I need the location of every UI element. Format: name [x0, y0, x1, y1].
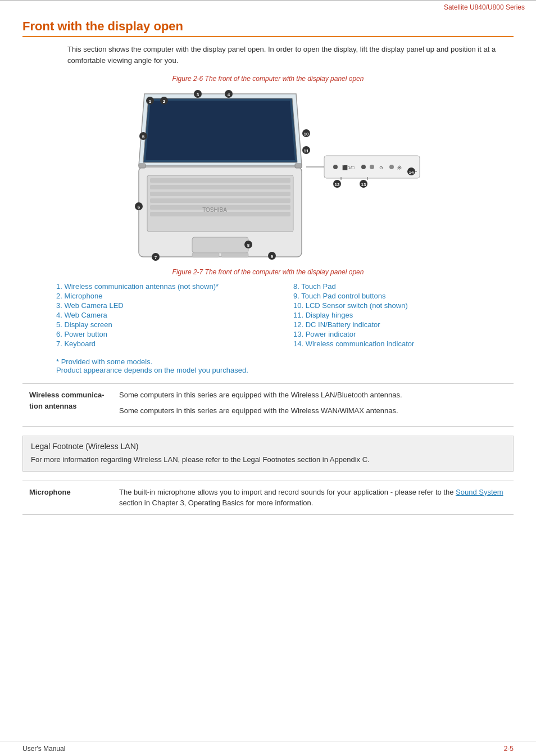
- svg-text:4: 4: [228, 92, 230, 97]
- svg-text:1: 1: [149, 99, 152, 104]
- notes-section: * Provided with some models. Product app…: [56, 357, 514, 374]
- svg-rect-5: [150, 198, 290, 203]
- svg-text:7: 7: [155, 255, 157, 260]
- main-content: Front with the display open This section…: [0, 13, 536, 535]
- svg-point-43: [370, 165, 374, 169]
- left-components: 1. Wireless communication antennas (not …: [56, 282, 276, 348]
- svg-rect-15: [139, 164, 146, 168]
- right-components: 8. Touch Pad 9. Touch Pad control button…: [293, 282, 514, 348]
- legal-footnote-box: Legal Footnote (Wireless LAN) For more i…: [22, 436, 514, 472]
- svg-text:5: 5: [142, 134, 145, 139]
- figure1-caption: Figure 2-6 The front of the computer wit…: [22, 75, 514, 83]
- component-1: 1. Wireless communication antennas (not …: [56, 282, 276, 291]
- svg-rect-16: [295, 164, 302, 168]
- component-2: 2. Microphone: [56, 291, 276, 301]
- svg-text:TOSHIBA: TOSHIBA: [202, 207, 227, 213]
- svg-text:6: 6: [138, 205, 140, 210]
- diagram-container: TOSHIBA 1 2 3 4 5: [22, 88, 514, 262]
- note-1: * Provided with some models.: [56, 357, 514, 366]
- microphone-desc-before: The built-in microphone allows you to im…: [119, 488, 456, 496]
- microphone-desc: The built-in microphone allows you to im…: [112, 481, 514, 514]
- intro-text: This section shows the computer with the…: [67, 44, 514, 66]
- svg-text:米: 米: [397, 165, 402, 170]
- bottom-bar: User's Manual 2-5: [0, 741, 536, 756]
- component-3: 3. Web Camera LED: [56, 301, 276, 310]
- component-12: 12. DC IN/Battery indicator: [293, 320, 514, 329]
- component-14: 14. Wireless communication indicator: [293, 339, 514, 348]
- component-7: 7. Keyboard: [56, 339, 276, 348]
- microphone-row: Microphone The built-in microphone allow…: [22, 481, 514, 514]
- svg-text:9: 9: [271, 254, 274, 259]
- laptop-diagram: TOSHIBA 1 2 3 4 5: [105, 88, 431, 262]
- top-bar: Satellite U840/U800 Series: [0, 0, 536, 13]
- svg-rect-2: [150, 178, 290, 183]
- component-11: 11. Display hinges: [293, 310, 514, 320]
- svg-text:13: 13: [361, 182, 366, 187]
- figure2-caption: Figure 2-7 The front of the computer wit…: [22, 268, 514, 276]
- wireless-antennas-row: Wireless communica-tion antennas Some co…: [22, 384, 514, 427]
- footer-right: 2-5: [504, 745, 514, 753]
- component-9: 9. Touch Pad control buttons: [293, 291, 514, 301]
- svg-text:⬛1/□: ⬛1/□: [342, 165, 355, 170]
- svg-text:11: 11: [304, 148, 309, 153]
- document-title: Satellite U840/U800 Series: [444, 3, 525, 11]
- svg-rect-9: [192, 253, 219, 257]
- wireless-antennas-table: Wireless communica-tion antennas Some co…: [22, 383, 514, 427]
- svg-point-40: [333, 165, 338, 169]
- svg-rect-8: [192, 237, 248, 253]
- svg-marker-13: [146, 101, 295, 160]
- svg-text:⊙: ⊙: [379, 165, 383, 170]
- svg-rect-4: [150, 192, 290, 196]
- svg-text:12: 12: [335, 182, 340, 187]
- legal-footnote-text: For more information regarding Wireless …: [31, 454, 505, 465]
- svg-point-45: [389, 165, 394, 169]
- wireless-antennas-term: Wireless communica-tion antennas: [22, 384, 112, 427]
- legal-footnote-title: Legal Footnote (Wireless LAN): [31, 442, 505, 451]
- microphone-table: Microphone The built-in microphone allow…: [22, 481, 514, 515]
- svg-rect-3: [150, 185, 290, 189]
- wireless-antennas-desc: Some computers in this series are equipp…: [112, 384, 514, 427]
- svg-text:8: 8: [247, 243, 250, 248]
- laptop-svg: TOSHIBA 1 2 3 4 5: [105, 88, 431, 262]
- svg-text:10: 10: [304, 132, 309, 137]
- svg-rect-10: [221, 253, 248, 257]
- components-list: 1. Wireless communication antennas (not …: [56, 282, 514, 348]
- component-8: 8. Touch Pad: [293, 282, 514, 291]
- sound-system-link[interactable]: Sound System: [456, 488, 503, 496]
- page-heading: Front with the display open: [22, 19, 514, 37]
- microphone-desc-after: section in Chapter 3, Operating Basics f…: [119, 499, 313, 507]
- svg-text:3: 3: [197, 92, 199, 97]
- svg-text:2: 2: [163, 99, 166, 104]
- component-6: 6. Power button: [56, 329, 276, 339]
- svg-text:14: 14: [409, 170, 414, 175]
- component-10: 10. LCD Sensor switch (not shown): [293, 301, 514, 310]
- note-2: Product appearance depends on the model …: [56, 366, 514, 374]
- component-4: 4. Web Camera: [56, 310, 276, 320]
- component-13: 13. Power indicator: [293, 329, 514, 339]
- svg-rect-1: [147, 175, 293, 232]
- svg-point-42: [361, 165, 366, 169]
- microphone-term: Microphone: [22, 481, 112, 514]
- component-5: 5. Display screen: [56, 320, 276, 329]
- footer-left: User's Manual: [22, 745, 65, 753]
